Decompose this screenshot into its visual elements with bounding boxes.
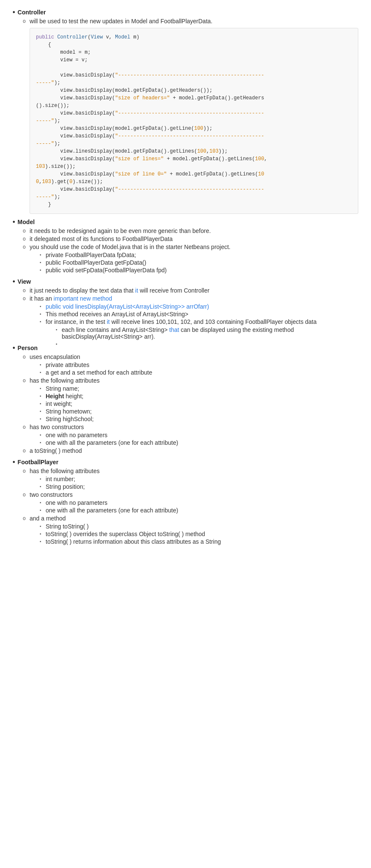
fp-attr-position: String position; (40, 483, 358, 490)
fp-item-3: and a method String toString( ) toString… (23, 515, 358, 545)
fp-method-tostring-overrides: toString( ) overrides the superclass Obj… (40, 531, 358, 537)
fp-sub-constructors: one with no parameters one with all the … (30, 499, 358, 514)
fp-sub-attrs: int number; String position; (30, 476, 358, 490)
person-item-4: a toString( ) method (23, 447, 358, 454)
fp-item-2: two constructors one with no parameters … (23, 491, 358, 514)
view-items: it just needs to display the text data t… (13, 287, 358, 340)
model-sub-3: public void setFpData(FootballPlayerData… (40, 267, 358, 274)
person-attr-highschool: String highSchool; (40, 416, 358, 422)
view-item-2: it has an important new method public vo… (23, 295, 358, 340)
fp-attr-number: int number; (40, 476, 358, 482)
view-item-1: it just needs to display the text data t… (23, 287, 358, 294)
controller-items: will be used to test the new updates in … (13, 18, 358, 214)
fp-constructor-no-params: one with no parameters (40, 499, 358, 506)
person-sub-attrs: String name; Height height; int weight; … (30, 385, 358, 422)
person-attr-hometown: String hometown; (40, 408, 358, 415)
fp-method-tostring-returns: toString( ) returns information about th… (40, 538, 358, 545)
section-person: Person uses encapsulation private attrib… (13, 344, 358, 454)
view-sub-sub-items: each line contains and ArrayList<String>… (46, 326, 358, 340)
model-item-1: it needs to be redesigned again to be ev… (23, 227, 358, 234)
model-item-2: it delegated most of its functions to Fo… (23, 235, 358, 242)
fp-sub-methods: String toString( ) toString( ) overrides… (30, 523, 358, 545)
person-item-1: uses encapsulation private attributes a … (23, 353, 358, 376)
model-item-3: you should use the code of Model.java th… (23, 244, 358, 274)
person-private-attrs: private attributes (40, 361, 358, 368)
section-controller: Controller will be used to test the new … (13, 8, 358, 214)
person-attr-height: Height height; (40, 393, 358, 400)
person-constructor-all-params: one with all the parameters (one for eac… (40, 439, 358, 446)
model-items: it needs to be redesigned again to be ev… (13, 227, 358, 274)
fp-method-tostring: String toString( ) (40, 523, 358, 530)
fp-items: has the following attributes int number;… (13, 468, 358, 545)
section-footballplayer: FootballPlayer has the following attribu… (13, 458, 358, 545)
person-sub-encapsulation: private attributes a get and a set metho… (30, 361, 358, 376)
fp-item-1: has the following attributes int number;… (23, 468, 358, 490)
view-sub-sub-1: each line contains and ArrayList<String>… (56, 326, 358, 340)
model-sub-items: private FootballPlayerData fpData; publi… (30, 252, 358, 274)
model-sub-1: private FootballPlayerData fpData; (40, 252, 358, 258)
fp-constructor-all-params: one with all the parameters (one for eac… (40, 507, 358, 514)
view-sub-1: public void linesDisplay(ArrayList<Array… (40, 303, 358, 310)
section-view: View it just needs to display the text d… (13, 278, 358, 340)
main-list: Controller will be used to test the new … (13, 8, 358, 545)
section-label-model: Model (13, 218, 358, 226)
section-label-view: View (13, 278, 358, 285)
person-attr-name: String name; (40, 385, 358, 392)
person-item-2: has the following attributes String name… (23, 377, 358, 422)
model-sub-2: public FootballPlayerData getFpData() (40, 259, 358, 266)
view-sub-2: This method receives an ArrayList of Arr… (40, 311, 358, 318)
section-model: Model it needs to be redesigned again to… (13, 218, 358, 274)
controller-code-block: public Controller(View v, Model m) { mod… (30, 28, 358, 214)
person-attr-weight: int weight; (40, 400, 358, 407)
person-constructor-no-params: one with no parameters (40, 432, 358, 438)
view-sub-3: for instance, in the test it will receiv… (40, 318, 358, 340)
section-label-controller: Controller (13, 8, 358, 16)
controller-item-1: will be used to test the new updates in … (23, 18, 358, 214)
section-label-footballplayer: FootballPlayer (13, 458, 358, 466)
person-items: uses encapsulation private attributes a … (13, 353, 358, 454)
person-item-3: has two constructors one with no paramet… (23, 424, 358, 446)
person-getset: a get and a set method for each attribut… (40, 369, 358, 376)
section-label-person: Person (13, 344, 358, 352)
view-sub-items: public void linesDisplay(ArrayList<Array… (30, 303, 358, 340)
person-sub-constructors: one with no parameters one with all the … (30, 432, 358, 446)
